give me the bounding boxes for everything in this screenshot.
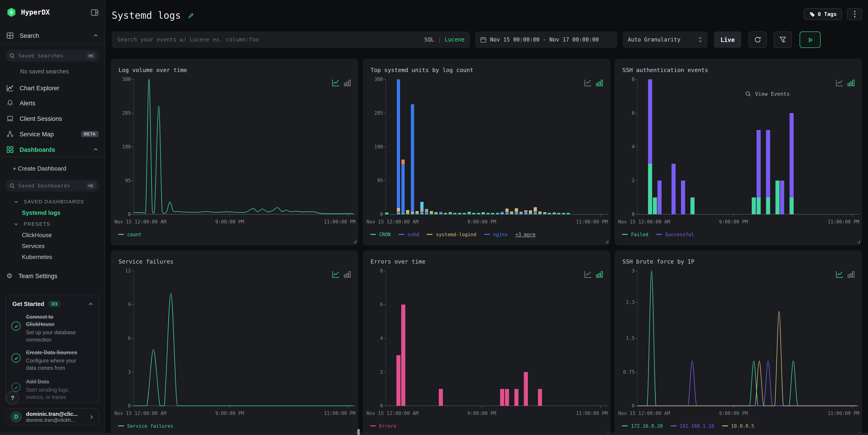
view-events-button[interactable]: View Events — [665, 91, 868, 97]
svg-text:4: 4 — [632, 144, 635, 150]
filter-button[interactable] — [774, 31, 792, 48]
resize-handle[interactable] — [604, 239, 609, 244]
line-chart-icon[interactable] — [332, 79, 340, 87]
legend-item[interactable]: 172.16.0.20 — [622, 423, 663, 429]
legend-item[interactable]: systemd-logind — [427, 231, 476, 237]
sidebar-item-chart-explorer[interactable]: Chart Explorer — [0, 83, 105, 93]
line-chart-icon[interactable] — [332, 270, 340, 278]
shortcut-badge: ⌘K — [86, 182, 96, 189]
user-menu[interactable]: D dominic.tran@clic... dominic.tran@clic… — [5, 408, 99, 426]
svg-text:9:00:00 PM: 9:00:00 PM — [467, 219, 496, 224]
svg-text:1.5: 1.5 — [626, 336, 635, 341]
get-started-item[interactable]: Add Data Start sending logs, metrics, or… — [11, 378, 94, 401]
tags-button[interactable]: 0 Tags — [804, 8, 842, 20]
chart-canvas: 036912Nov 15 12:00:00 AM9:00:00 PM11:00:… — [111, 250, 358, 435]
granularity-select[interactable]: Auto Granularity — [623, 31, 708, 48]
sidebar-item-kubernetes[interactable]: Kubernetes — [0, 252, 105, 261]
legend-item[interactable]: nginx — [484, 231, 507, 237]
section-saved-dashboards[interactable]: SAVED DASHBOARDS — [0, 197, 105, 206]
chart-canvas: 095190285380Nov 15 12:00:00 AM9:00:00 PM… — [111, 59, 358, 245]
svg-text:Nov 15 12:00:00 AM: Nov 15 12:00:00 AM — [115, 411, 166, 416]
lucene-toggle[interactable]: Lucene — [445, 36, 465, 43]
saved-searches-input[interactable]: Saved Searches ⌘K — [5, 50, 99, 62]
legend-item[interactable]: 10.0.0.5 — [722, 423, 754, 429]
legend-item[interactable]: count — [118, 231, 142, 237]
sidebar-item-dashboards[interactable]: Dashboards — [0, 144, 105, 155]
svg-text:95: 95 — [377, 178, 383, 183]
sidebar-collapse-icon[interactable] — [91, 8, 98, 16]
line-chart-icon[interactable] — [836, 79, 844, 87]
legend-more-link[interactable]: +3 more — [516, 231, 536, 237]
legend-item[interactable]: sshd — [398, 231, 419, 237]
legend-item[interactable]: Successful — [656, 231, 694, 237]
bar-chart-icon[interactable] — [344, 270, 351, 278]
svg-text:95: 95 — [125, 178, 131, 183]
svg-text:6: 6 — [128, 336, 131, 341]
chart-card-top-units: 095190285380Nov 15 12:00:00 AM9:00:00 PM… — [363, 59, 610, 245]
user-name: dominic.tran@clic... — [26, 411, 88, 417]
chart-legend: Errors — [370, 423, 396, 429]
tag-icon — [809, 11, 815, 17]
section-presets[interactable]: PRESETS — [0, 220, 105, 228]
sidebar-item-search[interactable]: Search — [0, 30, 105, 41]
service-map-icon — [6, 130, 14, 138]
refresh-button[interactable] — [749, 31, 767, 48]
svg-text:2: 2 — [380, 369, 383, 375]
legend-item[interactable]: CRON — [370, 231, 391, 237]
sidebar-item-client-sessions[interactable]: Client Sessions — [0, 113, 105, 124]
time-range-input[interactable]: Nov 15 00:00:00 - Nov 17 00:00:00 — [475, 31, 617, 48]
chevron-right-icon — [88, 414, 94, 420]
chart-legend: count — [118, 231, 142, 237]
line-chart-icon[interactable] — [584, 79, 591, 87]
svg-text:4: 4 — [380, 336, 383, 341]
svg-text:9:00:00 PM: 9:00:00 PM — [215, 411, 244, 416]
chart-card-ssh-brute-force: 00.751.52.33Nov 15 12:00:00 AM9:00:00 PM… — [615, 250, 862, 435]
svg-text:9: 9 — [128, 302, 131, 307]
saved-dashboards-input[interactable]: Saved Dashboards ⌘K — [5, 180, 99, 191]
sql-toggle[interactable]: SQL — [424, 36, 434, 43]
run-query-button[interactable] — [800, 31, 820, 48]
chevron-up-icon[interactable] — [88, 301, 93, 307]
bar-chart-icon[interactable] — [848, 270, 855, 278]
edit-title-icon[interactable] — [187, 12, 194, 19]
svg-text:285: 285 — [122, 110, 131, 116]
svg-text:9:00:00 PM: 9:00:00 PM — [719, 219, 748, 224]
svg-text:11:00:00 PM: 11:00:00 PM — [576, 219, 608, 224]
bar-chart-icon[interactable] — [596, 79, 603, 87]
legend-item[interactable]: Service failures — [118, 423, 173, 429]
sidebar-item-team-settings[interactable]: ⚙ Team Settings — [0, 270, 105, 281]
line-chart-icon[interactable] — [836, 270, 844, 278]
app-window: HyperDX Search Saved Searches ⌘K No save… — [0, 0, 868, 435]
svg-text:Nov 15 12:00:00 AM: Nov 15 12:00:00 AM — [618, 411, 671, 416]
line-chart-icon[interactable] — [584, 270, 591, 278]
sidebar-item-systemd-logs[interactable]: Systemd logs — [0, 208, 105, 217]
sidebar-item-services[interactable]: Services — [0, 241, 105, 250]
resize-handle[interactable] — [352, 239, 356, 244]
kebab-menu-button[interactable] — [847, 8, 862, 20]
sidebar-item-alerts[interactable]: Alerts — [0, 98, 105, 108]
event-search-input[interactable]: Search your events w/ Lucene ex. column:… — [112, 31, 470, 48]
legend-item[interactable]: Failed — [622, 231, 649, 237]
calendar-icon — [480, 36, 487, 43]
sidebar-item-clickhouse[interactable]: ClickHouse — [0, 230, 105, 239]
legend-item[interactable]: Errors — [370, 423, 396, 429]
create-dashboard-button[interactable]: + Create Dashboard — [0, 163, 105, 173]
sidebar-item-service-map[interactable]: Service Map BETA — [0, 129, 105, 139]
bar-chart-icon[interactable] — [848, 79, 855, 87]
svg-text:2.3: 2.3 — [626, 300, 635, 305]
chart-title: SSH authentication events — [622, 67, 708, 73]
bar-chart-icon[interactable] — [344, 79, 351, 87]
beta-badge: BETA — [81, 131, 98, 137]
get-started-item[interactable]: Create Data Sources Configure where your… — [11, 349, 94, 372]
get-started-item[interactable]: Connect to ClickHouse Set up your databa… — [11, 313, 94, 343]
live-button[interactable]: Live — [714, 31, 741, 48]
svg-text:0: 0 — [632, 403, 635, 409]
bar-chart-icon[interactable] — [596, 270, 603, 278]
shortcut-badge: ⌘K — [86, 52, 96, 59]
horizontal-scrollbar-thumb[interactable] — [358, 429, 360, 435]
legend-item[interactable]: 192.168.1.10 — [671, 423, 714, 429]
help-button[interactable]: ? — [6, 391, 19, 404]
svg-text:11:00:00 PM: 11:00:00 PM — [576, 411, 608, 416]
select-chevrons-icon — [698, 36, 703, 43]
resize-handle[interactable] — [857, 239, 861, 244]
